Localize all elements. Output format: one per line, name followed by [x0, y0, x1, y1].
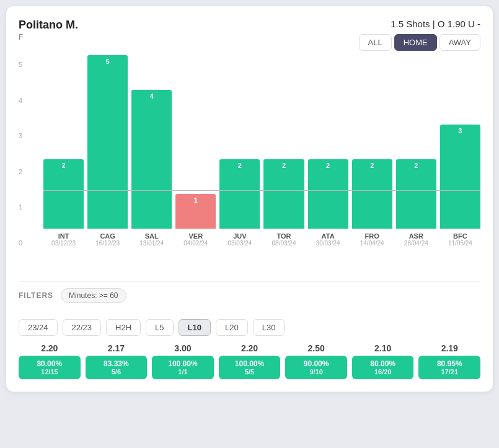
stat-col-4: 2.5090.00%9/10 — [285, 343, 347, 379]
stat-fraction: 1/1 — [152, 368, 214, 376]
home-away-tabs: ALLHOMEAWAY — [359, 34, 481, 51]
bar-ver: 1 — [175, 194, 216, 229]
bar-date: 03/03/24 — [227, 240, 252, 247]
stat-avg: 2.50 — [307, 343, 324, 353]
bar-group: 2ASR28/04/24 — [396, 159, 436, 247]
bar-date: 30/03/24 — [316, 240, 340, 247]
bar-value: 3 — [458, 127, 462, 134]
bar-group: 4SAL13/01/24 — [131, 90, 172, 247]
header: Politano M. F 1.5 Shots | O 1.90 U - ALL… — [19, 19, 480, 51]
bar-group: 3BFC11/05/24 — [440, 125, 480, 247]
bar-wrapper: 2TOR08/03/24 — [263, 159, 304, 247]
bar-date: 13/01/24 — [139, 240, 164, 247]
y-axis: 543210 — [19, 61, 26, 247]
bar-label: FRO14/04/24 — [360, 232, 384, 247]
bar-team: CAG — [95, 232, 120, 240]
season-tab-l20[interactable]: L20 — [216, 319, 248, 336]
bar-value: 1 — [194, 196, 198, 204]
bar-asr: 2 — [396, 159, 436, 229]
y-label: 4 — [19, 97, 22, 104]
bar-wrapper: 2FRO14/04/24 — [352, 159, 392, 247]
chart-inner: 2INT03/12/235CAG16/12/234SAL13/01/241VER… — [43, 61, 480, 247]
stat-button[interactable]: 90.00%9/10 — [285, 356, 347, 379]
stat-pct: 80.00% — [352, 359, 414, 368]
stats-row: 2.2080.00%12/152.1783.33%5/63.00100.00%1… — [19, 343, 480, 379]
filter-tab-away[interactable]: AWAY — [439, 34, 480, 51]
bar-group: 2FRO14/04/24 — [352, 159, 392, 247]
stat-col-3: 2.20100.00%5/5 — [219, 343, 281, 379]
bar-int: 2 — [43, 159, 84, 229]
filters-label: FILTERS — [19, 291, 53, 300]
season-tab-h2h[interactable]: H2H — [106, 319, 141, 336]
bar-label: INT03/12/23 — [51, 232, 76, 247]
stat-fraction: 16/20 — [352, 368, 414, 376]
bar-team: JUV — [227, 232, 252, 240]
bar-value: 2 — [61, 162, 65, 169]
bar-value: 2 — [414, 162, 418, 169]
stat-avg: 2.17 — [108, 343, 125, 353]
bar-value: 2 — [238, 162, 242, 169]
bars-container: 2INT03/12/235CAG16/12/234SAL13/01/241VER… — [43, 61, 480, 247]
stat-button[interactable]: 83.33%5/6 — [86, 356, 148, 379]
player-info: Politano M. F — [19, 19, 78, 42]
bar-wrapper: 1VER04/02/24 — [175, 194, 216, 247]
filter-tab-all[interactable]: ALL — [359, 34, 392, 51]
season-tab-l30[interactable]: L30 — [253, 319, 285, 336]
bar-label: TOR08/03/24 — [272, 232, 296, 247]
bar-fro: 2 — [352, 159, 392, 229]
filter-tab-home[interactable]: HOME — [394, 34, 437, 51]
bar-group: 2INT03/12/23 — [43, 159, 84, 247]
bar-ata: 2 — [308, 159, 348, 229]
y-label: 1 — [19, 203, 22, 211]
stat-fraction: 9/10 — [285, 368, 347, 376]
stat-fraction: 12/15 — [19, 368, 81, 376]
bar-label: ASR28/04/24 — [404, 232, 428, 247]
bar-wrapper: 5CAG16/12/23 — [87, 55, 128, 247]
player-position: F — [19, 33, 78, 42]
stat-avg: 2.19 — [441, 343, 458, 353]
threshold-line — [43, 190, 480, 191]
stat-pct: 83.33% — [86, 359, 148, 368]
bar-wrapper: 2JUV03/03/24 — [219, 159, 260, 247]
bar-team: ATA — [316, 232, 340, 240]
bar-group: 1VER04/02/24 — [175, 194, 216, 247]
bar-date: 04/02/24 — [183, 240, 208, 247]
bar-date: 08/03/24 — [272, 240, 296, 247]
stat-button[interactable]: 80.00%12/15 — [19, 356, 81, 379]
season-tab-2223[interactable]: 22/23 — [63, 319, 102, 336]
season-tabs: 23/2422/23H2HL5L10L20L30 — [19, 319, 480, 336]
bar-date: 16/12/23 — [95, 240, 120, 247]
bar-team: VER — [183, 232, 208, 240]
bar-tor: 2 — [263, 159, 304, 229]
stat-col-6: 2.1980.95%17/21 — [418, 343, 480, 379]
bar-group: 2ATA30/03/24 — [308, 159, 348, 247]
season-tab-l10[interactable]: L10 — [179, 319, 211, 336]
season-tab-2324[interactable]: 23/24 — [19, 319, 58, 336]
bar-wrapper: 4SAL13/01/24 — [131, 90, 172, 247]
stat-button[interactable]: 80.95%17/21 — [418, 356, 480, 379]
stat-button[interactable]: 100.00%1/1 — [152, 356, 214, 379]
bar-wrapper: 2ATA30/03/24 — [308, 159, 348, 247]
bar-value: 2 — [326, 162, 330, 169]
stat-button[interactable]: 80.00%16/20 — [352, 356, 414, 379]
stat-button[interactable]: 100.00%5/5 — [219, 356, 281, 379]
bar-team: TOR — [272, 232, 296, 240]
bar-wrapper: 3BFC11/05/24 — [440, 125, 480, 247]
bar-label: BFC11/05/24 — [448, 232, 472, 247]
bar-cag: 5 — [87, 55, 128, 229]
stat-pct: 80.95% — [418, 359, 480, 368]
bar-value: 2 — [370, 162, 374, 169]
season-tab-l5[interactable]: L5 — [146, 319, 173, 336]
stat-col-1: 2.1783.33%5/6 — [86, 343, 148, 379]
y-label: 2 — [19, 168, 22, 175]
stat-pct: 100.00% — [152, 359, 214, 368]
y-label: 3 — [19, 132, 22, 139]
bar-sal: 4 — [131, 90, 172, 229]
bar-date: 11/05/24 — [448, 240, 472, 247]
stat-col-2: 3.00100.00%1/1 — [152, 343, 214, 379]
bar-wrapper: 2ASR28/04/24 — [396, 159, 436, 247]
y-label: 0 — [19, 239, 22, 247]
bar-date: 14/04/24 — [360, 240, 384, 247]
stat-avg: 2.20 — [241, 343, 258, 353]
bar-juv: 2 — [219, 159, 260, 229]
